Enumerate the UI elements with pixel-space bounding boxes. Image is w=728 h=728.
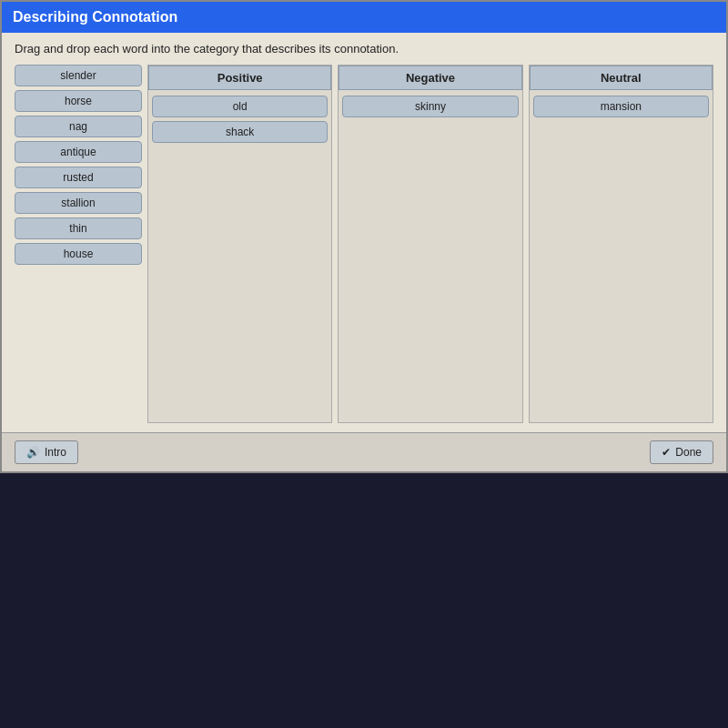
screen: Describing Connotation Drag and drop eac… xyxy=(0,0,728,728)
list-item[interactable]: rusted xyxy=(15,167,142,188)
dark-background xyxy=(0,473,728,728)
done-button-label: Done xyxy=(675,446,702,459)
category-header-negative: Negative xyxy=(339,66,521,90)
speaker-icon: 🔊 xyxy=(26,446,40,459)
intro-button-label: Intro xyxy=(45,446,66,459)
list-item[interactable]: stallion xyxy=(15,192,142,214)
category-body-negative[interactable]: skinny xyxy=(339,90,521,422)
list-item[interactable]: shack xyxy=(152,121,328,143)
list-item[interactable]: house xyxy=(15,243,142,265)
category-body-positive[interactable]: old shack xyxy=(148,90,331,422)
list-item[interactable]: old xyxy=(152,96,328,117)
word-bank: slender horse nag antique rusted stallio… xyxy=(15,65,142,423)
list-item[interactable]: slender xyxy=(15,65,142,86)
list-item[interactable]: antique xyxy=(15,141,142,163)
category-positive: Positive old shack xyxy=(147,65,332,423)
intro-button[interactable]: 🔊 Intro xyxy=(15,440,78,464)
content-area: Drag and drop each word into the categor… xyxy=(2,33,726,432)
list-item[interactable]: nag xyxy=(15,116,142,137)
drag-drop-area: slender horse nag antique rusted stallio… xyxy=(15,65,713,423)
category-body-neutral[interactable]: mansion xyxy=(530,90,713,422)
list-item[interactable]: thin xyxy=(15,217,142,239)
category-header-positive: Positive xyxy=(148,66,331,90)
category-neutral: Neutral mansion xyxy=(529,65,713,423)
app-window: Describing Connotation Drag and drop eac… xyxy=(0,0,728,473)
list-item[interactable]: horse xyxy=(15,90,142,112)
category-negative: Negative skinny xyxy=(338,65,522,423)
category-header-neutral: Neutral xyxy=(530,66,713,90)
page-title: Describing Connotation xyxy=(13,9,177,25)
bottom-bar: 🔊 Intro ✔ Done xyxy=(2,432,726,471)
instruction-text: Drag and drop each word into the categor… xyxy=(15,42,713,56)
done-button[interactable]: ✔ Done xyxy=(650,440,713,464)
list-item[interactable]: skinny xyxy=(342,96,518,117)
check-icon: ✔ xyxy=(662,446,671,459)
title-bar: Describing Connotation xyxy=(2,2,726,33)
list-item[interactable]: mansion xyxy=(533,96,709,117)
